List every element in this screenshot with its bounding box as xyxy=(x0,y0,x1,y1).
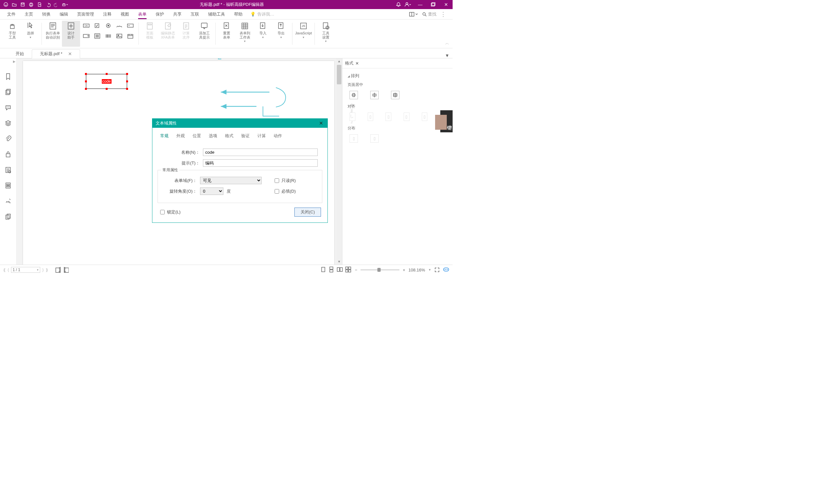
menu-accessibility[interactable]: 辅助工具 xyxy=(203,9,229,19)
save-icon[interactable] xyxy=(20,1,26,8)
arrange-section[interactable]: 排列 xyxy=(348,73,447,79)
user-icon[interactable] xyxy=(404,2,411,7)
ribbon-tooltip[interactable]: 添加工 具提示 xyxy=(195,21,213,47)
combine-icon[interactable] xyxy=(4,213,12,221)
readonly-checkbox[interactable]: 只读(R) xyxy=(273,178,319,184)
print-icon[interactable] xyxy=(28,1,34,8)
close-button[interactable]: ✕ xyxy=(440,0,453,9)
next-page-icon[interactable]: ⟩ xyxy=(42,267,44,273)
barcode-icon[interactable] xyxy=(103,31,113,41)
dlg-tab-calculate[interactable]: 计算 xyxy=(256,132,267,140)
nav-back-icon[interactable] xyxy=(55,267,61,273)
menu-home[interactable]: 主页 xyxy=(20,9,38,19)
tooltip-input[interactable] xyxy=(203,159,318,167)
dlg-tab-format[interactable]: 格式 xyxy=(224,132,235,140)
notification-icon[interactable] xyxy=(395,2,402,7)
open-icon[interactable] xyxy=(11,1,18,8)
fullscreen-icon[interactable] xyxy=(435,267,440,273)
center-both-icon[interactable] xyxy=(391,91,400,99)
close-panel-icon[interactable]: ✕ xyxy=(355,61,359,66)
right-panel-tab-format[interactable]: 格式 ✕ xyxy=(345,60,359,66)
date-field-icon[interactable] xyxy=(125,31,135,41)
listbox-icon[interactable] xyxy=(92,31,102,41)
dialog-close-icon[interactable]: ✕ xyxy=(318,120,324,126)
tab-start[interactable]: 开始 xyxy=(8,50,32,58)
rotate-select[interactable]: 0 xyxy=(200,187,223,195)
menu-page-manage[interactable]: 页面管理 xyxy=(73,9,99,19)
nav-fwd-icon[interactable] xyxy=(63,267,69,273)
redo-icon[interactable] xyxy=(53,1,60,8)
sign-icon[interactable] xyxy=(4,197,12,205)
new-icon[interactable] xyxy=(36,1,43,8)
fields-icon[interactable] xyxy=(4,181,12,190)
tab-close-icon[interactable]: ✕ xyxy=(68,51,72,57)
page-number-input[interactable]: 1 / 1 xyxy=(11,267,40,273)
undo-icon[interactable] xyxy=(45,1,51,8)
bookmark-icon[interactable] xyxy=(4,72,12,81)
ribbon-javascript[interactable]: JS JavaScript ▼ xyxy=(294,21,313,47)
assistant-icon[interactable] xyxy=(443,267,449,273)
scroll-up-icon[interactable]: ▲ xyxy=(336,58,342,64)
visibility-select[interactable]: 可见 xyxy=(200,177,262,184)
side-badge[interactable]: 中键 xyxy=(440,110,453,132)
ribbon-form-to-sheet[interactable]: 表单到 工作表 ▼ xyxy=(236,21,254,47)
menu-edit[interactable]: 编辑 xyxy=(55,9,73,19)
dlg-tab-general[interactable]: 常规 xyxy=(159,132,170,140)
radio-icon[interactable] xyxy=(103,21,113,30)
ribbon-select[interactable]: 选择 ▼ xyxy=(22,21,39,47)
read-mode-dropdown-icon[interactable] xyxy=(409,12,418,17)
menu-form[interactable]: 表单 xyxy=(134,9,151,19)
required-checkbox[interactable]: 必填(D) xyxy=(273,188,319,195)
center-h-icon[interactable] xyxy=(350,91,358,99)
menu-convert[interactable]: 转换 xyxy=(38,9,55,19)
close-button[interactable]: 关闭(C) xyxy=(294,208,321,217)
search-icon[interactable]: 查找 xyxy=(422,11,437,17)
image-field-icon[interactable] xyxy=(115,31,124,41)
layers-icon[interactable] xyxy=(4,119,12,127)
ribbon-export[interactable]: 导出 ▼ xyxy=(272,21,290,47)
menu-help[interactable]: 帮助 xyxy=(229,9,247,19)
scroll-down-icon[interactable]: ▼ xyxy=(336,259,342,265)
zoom-out-icon[interactable]: − xyxy=(355,267,358,273)
two-cont-icon[interactable] xyxy=(345,266,352,273)
tab-overflow-icon[interactable]: ▼ xyxy=(445,53,449,58)
dlg-tab-actions[interactable]: 动作 xyxy=(272,132,283,140)
first-page-icon[interactable]: ⟪ xyxy=(3,267,5,273)
prev-page-icon[interactable]: ⟨ xyxy=(7,267,9,273)
single-page-icon[interactable] xyxy=(320,266,327,273)
continuous-icon[interactable] xyxy=(328,266,335,273)
menu-connect[interactable]: 互联 xyxy=(186,9,203,19)
sidebar-expand-icon[interactable]: ▶ xyxy=(13,60,15,63)
vertical-scrollbar[interactable]: ▲ ▼ xyxy=(336,58,342,265)
signature-icon[interactable] xyxy=(115,21,124,30)
pushbutton-icon[interactable]: OK xyxy=(82,21,91,30)
form-field-code[interactable]: code xyxy=(86,74,127,89)
ocr-icon[interactable] xyxy=(4,166,12,174)
pages-icon[interactable] xyxy=(4,88,12,96)
ribbon-import[interactable]: 导入 ▼ xyxy=(254,21,272,47)
hand-dropdown-icon[interactable] xyxy=(62,1,68,8)
dlg-tab-position[interactable]: 位置 xyxy=(191,132,202,140)
checkbox-icon[interactable] xyxy=(92,21,102,30)
collapse-ribbon-icon[interactable]: ︿ xyxy=(445,40,449,46)
tab-current[interactable]: 无标题.pdf * ✕ xyxy=(32,49,80,58)
dlg-tab-appearance[interactable]: 外观 xyxy=(175,132,186,140)
tell-me-search[interactable]: 💡 告诉我… xyxy=(250,11,274,17)
canvas[interactable]: code ▲ ▼ 文本域属性 ✕ xyxy=(17,58,342,265)
dlg-tab-validate[interactable]: 验证 xyxy=(240,132,251,140)
two-page-icon[interactable] xyxy=(336,266,343,273)
scroll-thumb[interactable] xyxy=(337,65,342,84)
menu-annotate[interactable]: 注释 xyxy=(99,9,116,19)
dlg-tab-options[interactable]: 选项 xyxy=(208,132,219,140)
menu-file[interactable]: 文件 xyxy=(3,9,20,19)
combobox-icon[interactable] xyxy=(82,31,91,41)
ribbon-tool-settings[interactable]: 工具 设置 ▼ xyxy=(317,21,335,47)
name-input[interactable] xyxy=(203,149,318,156)
ribbon-hand-tool[interactable]: 手型 工具 xyxy=(3,21,22,47)
last-page-icon[interactable]: ⟫ xyxy=(46,267,48,273)
menu-share[interactable]: 共享 xyxy=(168,9,186,19)
dialog-titlebar[interactable]: 文本域属性 ✕ xyxy=(152,119,327,128)
attachment-icon[interactable] xyxy=(4,135,12,143)
maximize-button[interactable] xyxy=(427,0,440,9)
zoom-in-icon[interactable]: + xyxy=(403,267,405,273)
